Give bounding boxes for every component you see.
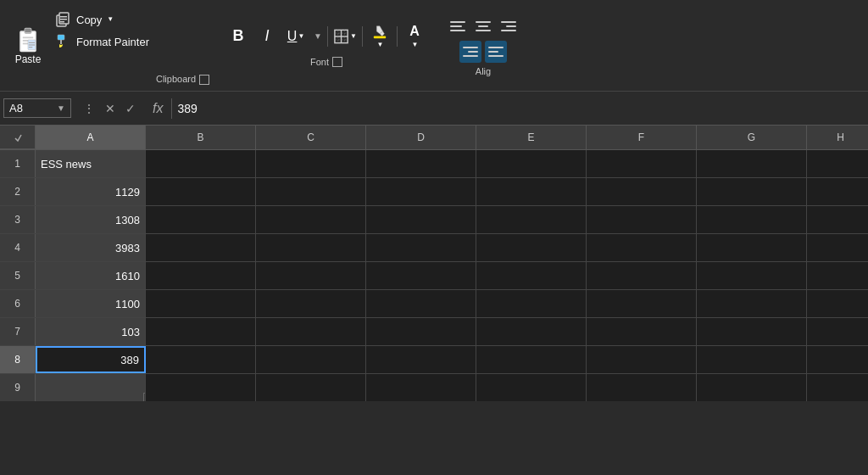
col-header-C[interactable]: C xyxy=(256,126,366,149)
cell-D5[interactable] xyxy=(366,262,476,289)
col-header-F[interactable]: F xyxy=(587,126,697,149)
row-header-4[interactable]: 4 xyxy=(0,234,36,261)
formula-input[interactable] xyxy=(171,98,865,119)
col-header-A[interactable]: A xyxy=(36,126,146,149)
cell-E8[interactable] xyxy=(476,346,587,373)
cell-F6[interactable] xyxy=(587,290,697,317)
cell-A8[interactable]: 389 xyxy=(36,346,146,373)
cell-D8[interactable] xyxy=(366,346,476,373)
formula-confirm-button[interactable]: ✓ xyxy=(124,100,137,117)
cell-C2[interactable] xyxy=(256,178,366,205)
cell-G1[interactable] xyxy=(697,150,807,177)
cell-E7[interactable] xyxy=(476,318,587,345)
cell-A4[interactable]: 3983 xyxy=(36,234,146,261)
cell-A6[interactable]: 1100 xyxy=(36,290,146,317)
cell-A3[interactable]: 1308 xyxy=(36,206,146,233)
paste-button[interactable]: Paste xyxy=(7,7,49,84)
row-header-5[interactable]: 5 xyxy=(0,262,36,289)
align-right-button[interactable] xyxy=(498,15,520,37)
cell-B1[interactable] xyxy=(146,150,256,177)
row-header-1[interactable]: 1 xyxy=(0,150,36,177)
cell-D7[interactable] xyxy=(366,318,476,345)
cell-B4[interactable] xyxy=(146,234,256,261)
cell-G7[interactable] xyxy=(697,318,807,345)
outdent-button[interactable] xyxy=(485,41,507,63)
bold-button[interactable]: B xyxy=(226,25,250,48)
cell-H5[interactable] xyxy=(807,262,868,289)
cell-E1[interactable] xyxy=(476,150,587,177)
cell-F9[interactable] xyxy=(587,374,697,401)
cell-F3[interactable] xyxy=(587,206,697,233)
cell-A7[interactable]: 103 xyxy=(36,318,146,345)
cell-C5[interactable] xyxy=(256,262,366,289)
cell-C8[interactable] xyxy=(256,346,366,373)
cell-A5[interactable]: 1610 xyxy=(36,262,146,289)
cell-G6[interactable] xyxy=(697,290,807,317)
cell-H8[interactable] xyxy=(807,346,868,373)
row-header-2[interactable]: 2 xyxy=(0,178,36,205)
font-dialog-icon[interactable] xyxy=(332,57,342,67)
cell-D9[interactable] xyxy=(366,374,476,401)
cell-G5[interactable] xyxy=(697,262,807,289)
cell-A2[interactable]: 1129 xyxy=(36,178,146,205)
italic-button[interactable]: I xyxy=(255,25,279,48)
cell-D4[interactable] xyxy=(366,234,476,261)
indent-button[interactable] xyxy=(459,41,481,63)
cell-E9[interactable] xyxy=(476,374,587,401)
cell-C6[interactable] xyxy=(256,290,366,317)
copy-button[interactable]: Copy ▼ xyxy=(53,10,153,29)
row-header-9[interactable]: 9 xyxy=(0,374,36,401)
cell-H9[interactable] xyxy=(807,374,868,401)
formula-cancel-button[interactable]: ✕ xyxy=(103,100,117,117)
copy-dropdown-arrow[interactable]: ▼ xyxy=(107,16,114,23)
cell-B8[interactable] xyxy=(146,346,256,373)
cell-E4[interactable] xyxy=(476,234,587,261)
cell-H4[interactable] xyxy=(807,234,868,261)
cell-reference-box[interactable]: A8 ▼ xyxy=(3,98,71,118)
cell-G9[interactable] xyxy=(697,374,807,401)
fill-color-button[interactable]: ▼ xyxy=(368,25,392,48)
col-header-G[interactable]: G xyxy=(697,126,807,149)
clipboard-dialog-icon[interactable] xyxy=(199,75,209,85)
cell-D1[interactable] xyxy=(366,150,476,177)
cell-B3[interactable] xyxy=(146,206,256,233)
formula-dots-button[interactable]: ⋮ xyxy=(81,100,97,117)
cell-C4[interactable] xyxy=(256,234,366,261)
cell-C9[interactable] xyxy=(256,374,366,401)
cell-A9[interactable]: 📋 xyxy=(36,374,146,401)
cell-H1[interactable] xyxy=(807,150,868,177)
cell-H6[interactable] xyxy=(807,290,868,317)
cell-E5[interactable] xyxy=(476,262,587,289)
row-header-6[interactable]: 6 xyxy=(0,290,36,317)
paste-options-icon[interactable]: 📋 xyxy=(143,393,146,401)
cell-C1[interactable] xyxy=(256,150,366,177)
font-color-button[interactable]: A ▼ xyxy=(403,25,426,48)
row-header-8[interactable]: 8 xyxy=(0,346,36,373)
cell-B5[interactable] xyxy=(146,262,256,289)
col-header-H[interactable]: H xyxy=(807,126,868,149)
cell-D6[interactable] xyxy=(366,290,476,317)
cell-ref-dropdown[interactable]: ▼ xyxy=(57,103,65,113)
cell-F5[interactable] xyxy=(587,262,697,289)
cell-D3[interactable] xyxy=(366,206,476,233)
col-header-B[interactable]: B xyxy=(146,126,256,149)
row-header-7[interactable]: 7 xyxy=(0,318,36,345)
cell-H3[interactable] xyxy=(807,206,868,233)
cell-F7[interactable] xyxy=(587,318,697,345)
borders-button[interactable]: ▼ xyxy=(333,25,357,48)
cell-H7[interactable] xyxy=(807,318,868,345)
underline-button[interactable]: U ▼ xyxy=(284,25,308,48)
col-header-E[interactable]: E xyxy=(476,126,587,149)
corner-cell[interactable] xyxy=(0,126,36,149)
cell-B9[interactable] xyxy=(146,374,256,401)
cell-C3[interactable] xyxy=(256,206,366,233)
cell-G4[interactable] xyxy=(697,234,807,261)
cell-F1[interactable] xyxy=(587,150,697,177)
cell-G3[interactable] xyxy=(697,206,807,233)
cell-F2[interactable] xyxy=(587,178,697,205)
cell-B2[interactable] xyxy=(146,178,256,205)
cell-E3[interactable] xyxy=(476,206,587,233)
cell-C7[interactable] xyxy=(256,318,366,345)
row-header-3[interactable]: 3 xyxy=(0,206,36,233)
cell-G8[interactable] xyxy=(697,346,807,373)
